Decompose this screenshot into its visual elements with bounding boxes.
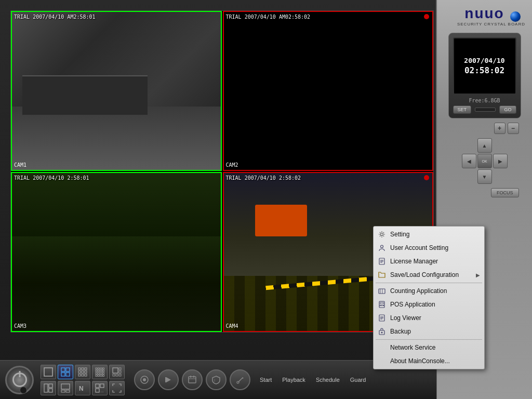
svg-rect-34 [116, 374, 118, 376]
svg-point-48 [143, 378, 146, 381]
counting-icon [378, 287, 386, 295]
device-free-space: Free:6.8GB [453, 98, 516, 103]
menu-divider-2 [376, 339, 482, 340]
svg-rect-9 [82, 371, 84, 373]
nav-empty-tr [493, 138, 508, 153]
start-button[interactable] [134, 369, 155, 390]
user-icon [378, 244, 386, 252]
menu-item-user-account[interactable]: User Account Setting [374, 241, 484, 255]
view-9-button[interactable] [75, 365, 90, 379]
svg-rect-23 [98, 373, 100, 374]
nav-labels: Start Playback Schedule Guard [260, 377, 366, 383]
camera-cell-2[interactable]: TRIAL 2007/04/10 AM02:58:02 CAM2 [223, 11, 434, 171]
cam1-label: CAM1 [14, 162, 26, 168]
camera-cell-1[interactable]: TRIAL 2007/04/10 AM2:58:01 CAM1 [11, 11, 222, 171]
menu-item-setting[interactable]: Setting [374, 228, 484, 241]
view-n-button[interactable]: N [75, 381, 90, 395]
menu-item-network[interactable]: Network Service [374, 341, 484, 354]
license-label: License Manager [390, 258, 480, 265]
power-icon [12, 373, 27, 387]
playback-button[interactable] [158, 369, 179, 390]
svg-rect-13 [85, 374, 87, 376]
tools-button[interactable] [230, 369, 250, 390]
menu-item-save-load[interactable]: Save/Load Configuration ▶ [374, 268, 484, 282]
svg-rect-2 [66, 368, 70, 371]
svg-rect-17 [103, 368, 104, 369]
svg-point-76 [381, 332, 383, 334]
set-button[interactable]: SET [453, 105, 472, 114]
view-special-button[interactable] [109, 365, 125, 379]
svg-rect-44 [100, 384, 104, 388]
view-quad-button[interactable] [58, 365, 73, 379]
svg-rect-16 [100, 368, 102, 369]
svg-rect-40 [61, 390, 65, 392]
view-single-button[interactable] [41, 365, 56, 379]
svg-point-57 [381, 233, 383, 236]
log-label: Log Viewer [390, 314, 480, 322]
cam4-label: CAM4 [226, 323, 238, 329]
cam3-overlay: TRIAL 2007/04/10 2:58:01 [14, 175, 89, 181]
plus-button[interactable]: + [494, 123, 506, 134]
view-fullscreen-button[interactable] [109, 381, 125, 395]
svg-rect-70 [383, 305, 384, 306]
focus-button[interactable]: FOCUS [491, 188, 519, 197]
guard-button[interactable]: ! [206, 369, 227, 390]
view-alt1-button[interactable] [41, 381, 56, 395]
brand-subtitle: SECURITY CRYSTAL BOARD [441, 22, 528, 26]
device-body: 2007/04/10 02:58:02 Free:6.8GB SET GO [448, 33, 521, 118]
counting-label: Counting Application [390, 287, 480, 295]
view-alt2-button[interactable] [58, 381, 73, 395]
menu-divider-1 [376, 283, 482, 283]
svg-rect-31 [119, 368, 121, 370]
svg-point-58 [381, 245, 383, 248]
svg-rect-37 [49, 384, 52, 388]
view-sequence-button[interactable]: ... [92, 381, 108, 395]
svg-rect-41 [66, 390, 70, 392]
playback-label[interactable]: Playback [282, 377, 305, 383]
svg-rect-22 [96, 373, 97, 374]
nav-center-button[interactable]: OK [477, 154, 492, 168]
nav-down-button[interactable]: ▼ [477, 169, 492, 184]
svg-rect-33 [113, 374, 115, 376]
cam2-rec-dot [424, 14, 429, 19]
svg-rect-19 [98, 370, 100, 371]
schedule-button[interactable] [182, 369, 203, 390]
minus-button[interactable]: − [508, 123, 519, 134]
svg-rect-67 [380, 302, 383, 304]
device-screen: 2007/04/10 02:58:02 [453, 37, 516, 95]
svg-rect-29 [103, 375, 104, 376]
svg-rect-14 [96, 368, 97, 369]
folder-icon [378, 271, 386, 279]
menu-item-license[interactable]: License Manager [374, 255, 484, 268]
svg-rect-27 [98, 375, 100, 376]
svg-rect-26 [96, 375, 97, 376]
about-label: About MainConsole... [390, 357, 480, 365]
guard-label[interactable]: Guard [350, 377, 366, 383]
menu-item-pos[interactable]: POS Application [374, 298, 484, 311]
cam2-overlay: TRIAL 2007/04/10 AM02:58:02 [226, 14, 311, 20]
menu-item-about[interactable]: About MainConsole... [374, 354, 484, 368]
cam1-overlay: TRIAL 2007/04/10 AM2:58:01 [14, 14, 96, 20]
nav-up-button[interactable]: ▲ [477, 138, 492, 153]
cam2-label: CAM2 [226, 162, 238, 168]
menu-item-log[interactable]: Log Viewer [374, 311, 484, 325]
nav-empty-br [493, 169, 508, 184]
setting-label: Setting [390, 231, 480, 238]
svg-rect-4 [66, 373, 70, 376]
svg-text:...: ... [100, 389, 104, 393]
nav-right-button[interactable]: ▶ [493, 154, 508, 168]
camera-cell-3[interactable]: TRIAL 2007/04/10 2:58:01 CAM3 [11, 172, 222, 332]
view-16-button[interactable] [92, 365, 108, 379]
start-label[interactable]: Start [260, 377, 272, 383]
nav-left-button[interactable]: ◀ [462, 154, 476, 168]
cam3-label: CAM3 [14, 323, 26, 329]
small-indicator [20, 387, 27, 394]
nav-arrows: ▲ ◀ OK ▶ ▼ [462, 138, 508, 184]
schedule-label[interactable]: Schedule [316, 377, 340, 383]
main-container: TRIAL 2007/04/10 AM2:58:01 CAM1 TRIAL 20… [0, 0, 532, 399]
svg-rect-21 [103, 370, 104, 371]
menu-item-counting[interactable]: Counting Application [374, 284, 484, 298]
go-button[interactable]: GO [499, 105, 516, 114]
device-slider[interactable] [475, 108, 496, 112]
menu-item-backup[interactable]: Backup [374, 325, 484, 338]
